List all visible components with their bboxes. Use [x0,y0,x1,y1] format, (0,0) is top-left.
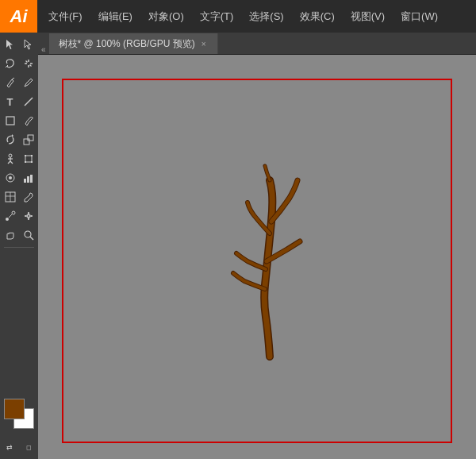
tool-rect[interactable] [2,112,19,129]
svg-line-8 [29,65,31,67]
tool-magic-wand[interactable] [20,55,37,72]
page-border [62,79,452,443]
tool-scale[interactable] [20,131,37,148]
ai-logo: Ai [0,0,37,33]
svg-rect-28 [27,176,29,183]
content-area: « 树枝* @ 100% (RGB/GPU 预览) × [38,33,476,459]
menu-window[interactable]: 窗口(W) [393,0,446,33]
svg-rect-27 [24,179,26,183]
tool-row-gradient [2,188,37,206]
svg-rect-29 [30,175,33,183]
tool-select[interactable] [2,36,19,53]
tool-row-select [2,36,37,53]
svg-rect-13 [24,139,29,145]
tab-close-button[interactable]: × [200,39,208,49]
tool-type[interactable]: T [2,93,19,110]
tool-slice[interactable] [2,188,19,206]
tool-line[interactable] [20,93,37,110]
color-swatches [4,399,34,429]
tool-row-puppet [2,150,37,168]
tool-zoom[interactable] [20,226,37,244]
tool-rotate[interactable] [2,131,19,148]
tool-row-blend [2,207,37,225]
svg-line-7 [25,61,27,63]
tree-artwork [206,150,333,372]
toolbar: T [0,33,38,459]
document-canvas [54,71,460,451]
tab-title: 树枝* @ 100% (RGB/GPU 预览) [59,37,195,51]
tool-row-rotate [2,131,37,148]
svg-rect-21 [25,155,26,156]
svg-point-36 [25,231,31,237]
tool-eyedropper[interactable] [20,188,37,206]
tool-row-hand [2,226,37,244]
svg-point-26 [9,176,12,179]
svg-line-19 [10,161,13,164]
tab-bar: « 树枝* @ 100% (RGB/GPU 预览) × [38,33,476,55]
default-colors-button[interactable]: ◻ [20,438,37,456]
svg-point-33 [6,218,9,221]
menu-items: 文件(F) 编辑(E) 对象(O) 文字(T) 选择(S) 效果(C) 视图(V… [37,0,446,33]
svg-marker-1 [25,40,31,49]
menu-text[interactable]: 文字(T) [192,0,242,33]
tool-mesh[interactable] [20,207,37,225]
toolbar-divider [4,247,34,248]
menu-file[interactable]: 文件(F) [40,0,90,33]
tool-brush[interactable] [20,112,37,129]
tool-row-type: T [2,93,37,110]
tool-column-graph[interactable] [20,169,37,187]
svg-marker-0 [6,40,13,49]
menu-object[interactable]: 对象(O) [140,0,192,33]
tool-free-transform[interactable] [20,150,37,168]
svg-rect-24 [31,161,33,163]
swap-colors-button[interactable]: ⇄ [1,438,18,456]
tool-row-symbol [2,169,37,187]
color-reset-row: ⇄ ◻ [1,438,37,456]
tool-blend[interactable] [2,207,19,225]
tool-pen[interactable] [2,74,19,91]
tool-row-lasso [2,55,37,72]
tool-lasso[interactable] [2,55,19,72]
svg-rect-23 [25,161,26,163]
menu-select[interactable]: 选择(S) [241,0,291,33]
menu-edit[interactable]: 编辑(E) [90,0,140,33]
tool-symbol[interactable] [2,169,19,187]
svg-line-37 [30,237,33,240]
svg-point-15 [9,154,12,157]
menu-bar: Ai 文件(F) 编辑(E) 对象(O) 文字(T) 选择(S) 效果(C) 视… [0,0,476,33]
menu-view[interactable]: 视图(V) [343,0,393,33]
svg-rect-20 [25,156,32,162]
tool-hand[interactable] [2,226,19,244]
svg-marker-12 [12,134,13,137]
main-area: T [0,33,476,459]
canvas-area[interactable] [38,55,476,459]
svg-rect-22 [31,155,33,156]
tool-puppet[interactable] [2,150,19,168]
svg-line-18 [8,161,10,164]
svg-rect-14 [28,135,33,141]
panel-collapse-arrow[interactable]: « [38,45,49,54]
menu-effect[interactable]: 效果(C) [292,0,343,33]
document-tab[interactable]: 树枝* @ 100% (RGB/GPU 预览) × [49,33,218,54]
svg-line-10 [25,98,33,106]
tool-direct-select[interactable] [20,36,37,53]
tool-row-pen [2,74,37,91]
tool-row-shape [2,112,37,129]
foreground-color-swatch[interactable] [4,399,25,419]
svg-point-34 [12,211,15,214]
svg-line-9 [12,78,14,79]
svg-line-35 [9,214,12,218]
svg-rect-11 [6,117,14,125]
tool-pencil[interactable] [20,74,37,91]
